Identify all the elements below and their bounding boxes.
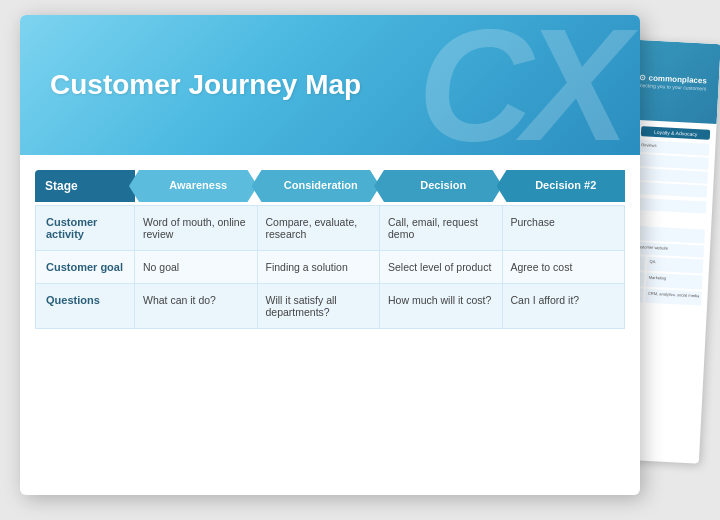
- customer-activity-row: Customer activity Word of mouth, online …: [35, 205, 625, 251]
- cell-goal-decision2: Agree to cost: [503, 251, 626, 283]
- questions-row: Questions What can it do? Will it satisf…: [35, 284, 625, 329]
- cell-questions-consideration: Will it satisfy all departments?: [258, 284, 381, 328]
- decision-stage: Decision: [374, 170, 503, 202]
- main-card: CX Customer Journey Map Stage Awareness …: [20, 15, 640, 495]
- customer-goal-label: Customer goal: [35, 251, 135, 283]
- main-header: CX Customer Journey Map: [20, 15, 640, 155]
- stage-column-header: Stage: [35, 170, 135, 202]
- decision2-stage: Decision #2: [497, 170, 626, 202]
- commonplaces-logo: ⊙⊙ commonplaces connecting you to your c…: [632, 72, 707, 91]
- customer-goal-row: Customer goal No goal Finding a solution…: [35, 251, 625, 284]
- cell-goal-awareness: No goal: [135, 251, 258, 283]
- stages-header: Stage Awareness Consideration Decision D…: [35, 170, 625, 202]
- consideration-stage: Consideration: [252, 170, 381, 202]
- cx-background: CX: [418, 15, 620, 155]
- table-area: Stage Awareness Consideration Decision D…: [20, 155, 640, 339]
- awareness-stage: Awareness: [129, 170, 258, 202]
- questions-label: Questions: [35, 284, 135, 328]
- cell-activity-consideration: Compare, evaluate, research: [258, 206, 381, 250]
- cell-questions-awareness: What can it do?: [135, 284, 258, 328]
- cell-activity-decision: Call, email, request demo: [380, 206, 503, 250]
- cell-activity-decision2: Purchase: [503, 206, 626, 250]
- cell-questions-decision2: Can I afford it?: [503, 284, 626, 328]
- back-stage-4: Loyalty & Advocacy: [641, 126, 710, 140]
- cell-activity-awareness: Word of mouth, online review: [135, 206, 258, 250]
- customer-activity-label: Customer activity: [35, 206, 135, 250]
- cell-questions-decision: How much will it cost?: [380, 284, 503, 328]
- page-title: Customer Journey Map: [50, 69, 361, 101]
- scene: ⊙⊙ commonplaces connecting you to your c…: [20, 15, 700, 505]
- cell-goal-decision: Select level of product: [380, 251, 503, 283]
- cell-goal-consideration: Finding a solution: [258, 251, 381, 283]
